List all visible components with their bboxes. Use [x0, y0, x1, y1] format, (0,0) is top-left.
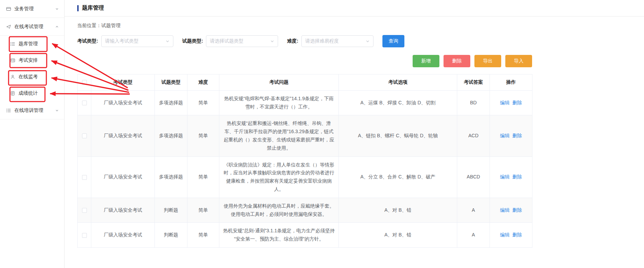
- cell-exam-type: 厂级入场安全考试: [91, 198, 155, 223]
- user-icon: [10, 74, 15, 79]
- edit-link[interactable]: 编辑: [500, 133, 510, 138]
- cell-difficulty: 简单: [187, 156, 219, 198]
- cell-question-type: 多项选择题: [155, 90, 187, 115]
- sidebar-item-online-training-management[interactable]: 在线培训管理: [0, 102, 64, 119]
- header-answer: 考试答案: [457, 74, 490, 91]
- cell-difficulty: 简单: [187, 115, 219, 156]
- main-content: 题库管理 当前位置：试题管理 考试类型: 请输入考试类型 试题类型:: [65, 0, 644, 268]
- sidebar-item-label: 在线监考: [19, 74, 59, 80]
- cell-answer: A: [457, 198, 490, 223]
- cell-options: A、对 B、错: [339, 223, 457, 248]
- cell-question: 使用外壳为金属材料的电动工具时，应戴绝缘手套。使用电动工具时，必须同时使用漏电保…: [219, 198, 339, 223]
- cell-question-type: 多项选择题: [155, 115, 187, 156]
- chevron-down-icon: [165, 39, 170, 43]
- sidebar-item-score-statistics[interactable]: 成绩统计: [0, 85, 64, 102]
- cell-question: 热机安规“电焊和气焊-基本规定”14.1.9条规定，下雨雪时，不宜露天进行（）工…: [219, 90, 339, 115]
- delete-link[interactable]: 删除: [513, 232, 522, 237]
- row-checkbox[interactable]: [82, 101, 87, 105]
- sidebar-item-business-management[interactable]: 业务管理: [0, 0, 64, 18]
- difficulty-select[interactable]: 请选择难易程度: [301, 35, 373, 47]
- page-header: 题库管理: [65, 0, 644, 16]
- sidebar-item-label: 在线培训管理: [14, 107, 55, 114]
- cell-options: A、链扣 B、螺杆 C、蜗母轮 D、轮轴: [339, 115, 457, 156]
- cell-question-type: 判断题: [155, 223, 187, 248]
- table-row: 厂级入场安全考试 多项选择题 简单 热机安规“电焊和气焊-基本规定”14.1.9…: [78, 90, 532, 115]
- select-all-checkbox[interactable]: [82, 80, 87, 85]
- row-checkbox[interactable]: [82, 208, 87, 213]
- search-button[interactable]: 查询: [382, 35, 404, 47]
- cell-operations: 编辑删除: [490, 115, 532, 156]
- paper-plane-icon: [6, 24, 11, 29]
- sidebar-item-label: 成绩统计: [19, 90, 59, 96]
- header-options: 考试选项: [339, 74, 457, 91]
- card-icon: [6, 7, 11, 11]
- page-content: 当前位置：试题管理 考试类型: 请输入考试类型 试题类型: 请选择试题类型: [65, 23, 532, 248]
- header-operation: 操作: [490, 74, 532, 91]
- document-icon: [10, 91, 15, 96]
- question-table: 考试类型 试题类型 难度 考试问题 考试选项 考试答案 操作 厂级入场安全考试 …: [77, 74, 532, 248]
- edit-link[interactable]: 编辑: [500, 207, 510, 213]
- sidebar-item-online-exam-management[interactable]: 在线考试管理: [0, 18, 64, 36]
- cell-exam-type: 厂级入场安全考试: [91, 223, 155, 248]
- exam-type-select[interactable]: 请输入考试类型: [101, 35, 173, 47]
- cell-options: A、运煤 B、焊接 C、卸油 D、切割: [339, 90, 457, 115]
- filter-exam-type: 考试类型: 请输入考试类型: [77, 35, 173, 47]
- edit-link[interactable]: 编辑: [500, 174, 510, 179]
- list-icon: [6, 108, 11, 113]
- import-button[interactable]: 导入: [505, 55, 532, 67]
- header-difficulty: 难度: [187, 74, 219, 91]
- cell-question: 热机安规“起重和搬运-钢丝绳、纤维绳、吊钩、滑车、千斤顶和手拉葫芦的使用”16.…: [219, 115, 339, 156]
- sidebar-item-question-bank[interactable]: 题库管理: [0, 36, 64, 52]
- cell-difficulty: 简单: [187, 223, 219, 248]
- chevron-down-icon: [55, 109, 59, 112]
- cell-answer: ABCD: [457, 156, 490, 198]
- sidebar-item-label: 题库管理: [19, 41, 59, 47]
- page-title: 题库管理: [82, 4, 104, 12]
- edit-link[interactable]: 编辑: [500, 232, 510, 237]
- app-root: 业务管理 在线考试管理 题库管理 考试安排: [0, 0, 644, 268]
- cell-operations: 编辑删除: [490, 156, 532, 198]
- sidebar: 业务管理 在线考试管理 题库管理 考试安排: [0, 0, 65, 268]
- checkbox-cell: [78, 223, 91, 248]
- table-header: 考试类型 试题类型 难度 考试问题 考试选项 考试答案 操作: [78, 74, 532, 91]
- list-icon: [10, 42, 15, 46]
- table-row: 厂级入场安全考试 判断题 简单 使用外壳为金属材料的电动工具时，应戴绝缘手套。使…: [78, 198, 532, 223]
- title-accent-bar: [77, 5, 79, 11]
- chevron-up-icon: [55, 25, 59, 28]
- delete-link[interactable]: 删除: [513, 100, 522, 105]
- delete-link[interactable]: 删除: [513, 133, 522, 138]
- cell-question-type: 多项选择题: [155, 156, 187, 198]
- cell-options: A、对 B、错: [339, 198, 457, 223]
- id-card-icon: [10, 58, 15, 63]
- export-button[interactable]: 导出: [474, 55, 501, 67]
- chevron-down-icon: [270, 39, 274, 43]
- sidebar-item-exam-schedule[interactable]: 考试安排: [0, 52, 64, 69]
- row-checkbox[interactable]: [82, 133, 87, 138]
- row-checkbox[interactable]: [82, 233, 87, 238]
- table-body: 厂级入场安全考试 多项选择题 简单 热机安规“电焊和气焊-基本规定”14.1.9…: [78, 90, 532, 247]
- delete-button[interactable]: 删除: [444, 55, 470, 67]
- cell-question: 热机安规“总则-通则”3.1.1条规定，电力生产必须坚持“安全第一、预防为主、综…: [219, 223, 339, 248]
- table-row: 厂级入场安全考试 多项选择题 简单 热机安规“起重和搬运-钢丝绳、纤维绳、吊钩、…: [78, 115, 532, 156]
- chevron-down-icon: [366, 39, 370, 43]
- sidebar-item-online-proctoring[interactable]: 在线监考: [0, 69, 64, 85]
- cell-options: A、分立 B、合并 C、解散 D、破产: [339, 156, 457, 198]
- cell-exam-type: 厂级入场安全考试: [91, 90, 155, 115]
- edit-link[interactable]: 编辑: [500, 100, 510, 105]
- breadcrumb-prefix: 当前位置：: [77, 23, 101, 28]
- checkbox-cell: [78, 156, 91, 198]
- checkbox-cell: [78, 115, 91, 156]
- cell-difficulty: 简单: [187, 198, 219, 223]
- add-button[interactable]: 新增: [413, 55, 439, 67]
- question-type-select[interactable]: 请选择试题类型: [206, 35, 278, 47]
- cell-exam-type: 厂级入场安全考试: [91, 115, 155, 156]
- question-type-label: 试题类型:: [182, 38, 203, 44]
- row-checkbox[interactable]: [82, 175, 87, 180]
- cell-question: 《职业病防治法》规定：用人单位在发生（）等情形时，应当对从事接触职业病危害的作业…: [219, 156, 339, 198]
- checkbox-cell: [78, 90, 91, 115]
- checkbox-cell: [78, 198, 91, 223]
- sidebar-item-label: 考试安排: [19, 57, 59, 63]
- table-row: 厂级入场安全考试 判断题 简单 热机安规“总则-通则”3.1.1条规定，电力生产…: [78, 223, 532, 248]
- delete-link[interactable]: 删除: [513, 174, 522, 179]
- delete-link[interactable]: 删除: [513, 207, 522, 213]
